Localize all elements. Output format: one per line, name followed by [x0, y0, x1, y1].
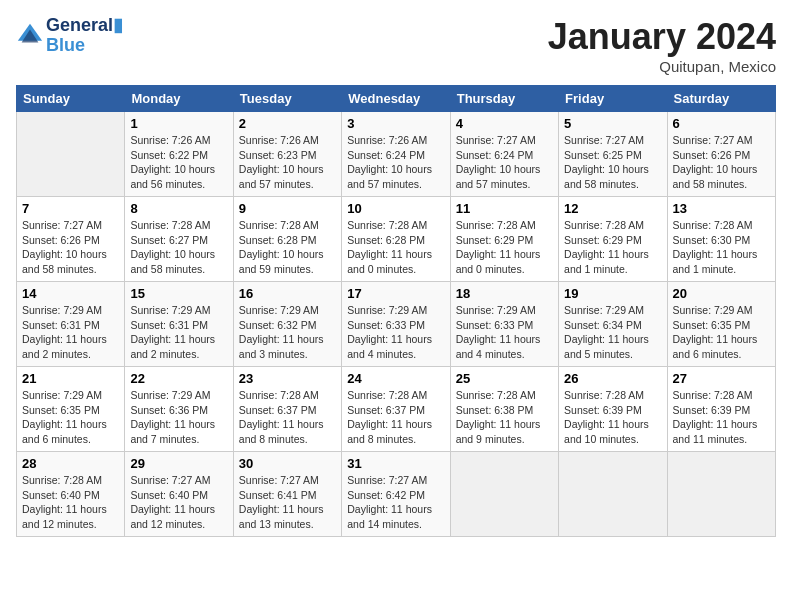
day-number: 2 [239, 116, 336, 131]
page-header: General▮ Blue January 2024 Quitupan, Mex… [16, 16, 776, 75]
col-header-wednesday: Wednesday [342, 86, 450, 112]
day-info: Sunrise: 7:28 AMSunset: 6:40 PMDaylight:… [22, 473, 119, 532]
day-info: Sunrise: 7:27 AMSunset: 6:25 PMDaylight:… [564, 133, 661, 192]
calendar-day-25: 25 Sunrise: 7:28 AMSunset: 6:38 PMDaylig… [450, 367, 558, 452]
day-info: Sunrise: 7:28 AMSunset: 6:29 PMDaylight:… [564, 218, 661, 277]
calendar-week-1: 1 Sunrise: 7:26 AMSunset: 6:22 PMDayligh… [17, 112, 776, 197]
calendar-day-20: 20 Sunrise: 7:29 AMSunset: 6:35 PMDaylig… [667, 282, 775, 367]
calendar-week-2: 7 Sunrise: 7:27 AMSunset: 6:26 PMDayligh… [17, 197, 776, 282]
day-info: Sunrise: 7:27 AMSunset: 6:41 PMDaylight:… [239, 473, 336, 532]
calendar-day-31: 31 Sunrise: 7:27 AMSunset: 6:42 PMDaylig… [342, 452, 450, 537]
calendar-day-6: 6 Sunrise: 7:27 AMSunset: 6:26 PMDayligh… [667, 112, 775, 197]
day-number: 18 [456, 286, 553, 301]
day-number: 5 [564, 116, 661, 131]
calendar-day-22: 22 Sunrise: 7:29 AMSunset: 6:36 PMDaylig… [125, 367, 233, 452]
col-header-sunday: Sunday [17, 86, 125, 112]
logo-text: General▮ Blue [46, 16, 123, 56]
day-info: Sunrise: 7:26 AMSunset: 6:22 PMDaylight:… [130, 133, 227, 192]
day-info: Sunrise: 7:29 AMSunset: 6:36 PMDaylight:… [130, 388, 227, 447]
col-header-friday: Friday [559, 86, 667, 112]
calendar-empty [17, 112, 125, 197]
calendar-day-12: 12 Sunrise: 7:28 AMSunset: 6:29 PMDaylig… [559, 197, 667, 282]
calendar-empty [667, 452, 775, 537]
day-number: 15 [130, 286, 227, 301]
calendar-day-16: 16 Sunrise: 7:29 AMSunset: 6:32 PMDaylig… [233, 282, 341, 367]
day-number: 26 [564, 371, 661, 386]
calendar-week-5: 28 Sunrise: 7:28 AMSunset: 6:40 PMDaylig… [17, 452, 776, 537]
day-number: 17 [347, 286, 444, 301]
day-info: Sunrise: 7:27 AMSunset: 6:26 PMDaylight:… [22, 218, 119, 277]
calendar-day-15: 15 Sunrise: 7:29 AMSunset: 6:31 PMDaylig… [125, 282, 233, 367]
day-number: 6 [673, 116, 770, 131]
col-header-thursday: Thursday [450, 86, 558, 112]
day-number: 29 [130, 456, 227, 471]
day-info: Sunrise: 7:29 AMSunset: 6:33 PMDaylight:… [456, 303, 553, 362]
calendar-day-4: 4 Sunrise: 7:27 AMSunset: 6:24 PMDayligh… [450, 112, 558, 197]
calendar-day-2: 2 Sunrise: 7:26 AMSunset: 6:23 PMDayligh… [233, 112, 341, 197]
col-header-tuesday: Tuesday [233, 86, 341, 112]
day-number: 3 [347, 116, 444, 131]
day-number: 31 [347, 456, 444, 471]
calendar-day-24: 24 Sunrise: 7:28 AMSunset: 6:37 PMDaylig… [342, 367, 450, 452]
day-info: Sunrise: 7:29 AMSunset: 6:35 PMDaylight:… [673, 303, 770, 362]
day-info: Sunrise: 7:29 AMSunset: 6:35 PMDaylight:… [22, 388, 119, 447]
day-info: Sunrise: 7:28 AMSunset: 6:39 PMDaylight:… [564, 388, 661, 447]
day-number: 10 [347, 201, 444, 216]
day-info: Sunrise: 7:29 AMSunset: 6:31 PMDaylight:… [22, 303, 119, 362]
calendar-day-7: 7 Sunrise: 7:27 AMSunset: 6:26 PMDayligh… [17, 197, 125, 282]
calendar-day-27: 27 Sunrise: 7:28 AMSunset: 6:39 PMDaylig… [667, 367, 775, 452]
calendar-table: SundayMondayTuesdayWednesdayThursdayFrid… [16, 85, 776, 537]
day-number: 27 [673, 371, 770, 386]
day-info: Sunrise: 7:29 AMSunset: 6:31 PMDaylight:… [130, 303, 227, 362]
day-info: Sunrise: 7:29 AMSunset: 6:34 PMDaylight:… [564, 303, 661, 362]
day-number: 9 [239, 201, 336, 216]
calendar-day-11: 11 Sunrise: 7:28 AMSunset: 6:29 PMDaylig… [450, 197, 558, 282]
calendar-day-23: 23 Sunrise: 7:28 AMSunset: 6:37 PMDaylig… [233, 367, 341, 452]
day-number: 30 [239, 456, 336, 471]
location-subtitle: Quitupan, Mexico [548, 58, 776, 75]
day-number: 22 [130, 371, 227, 386]
day-info: Sunrise: 7:28 AMSunset: 6:39 PMDaylight:… [673, 388, 770, 447]
day-number: 16 [239, 286, 336, 301]
day-number: 8 [130, 201, 227, 216]
calendar-day-26: 26 Sunrise: 7:28 AMSunset: 6:39 PMDaylig… [559, 367, 667, 452]
day-info: Sunrise: 7:26 AMSunset: 6:24 PMDaylight:… [347, 133, 444, 192]
day-number: 24 [347, 371, 444, 386]
calendar-day-28: 28 Sunrise: 7:28 AMSunset: 6:40 PMDaylig… [17, 452, 125, 537]
calendar-day-3: 3 Sunrise: 7:26 AMSunset: 6:24 PMDayligh… [342, 112, 450, 197]
day-number: 28 [22, 456, 119, 471]
col-header-monday: Monday [125, 86, 233, 112]
col-header-saturday: Saturday [667, 86, 775, 112]
day-info: Sunrise: 7:27 AMSunset: 6:24 PMDaylight:… [456, 133, 553, 192]
day-number: 23 [239, 371, 336, 386]
title-block: January 2024 Quitupan, Mexico [548, 16, 776, 75]
day-info: Sunrise: 7:28 AMSunset: 6:28 PMDaylight:… [347, 218, 444, 277]
day-number: 11 [456, 201, 553, 216]
day-info: Sunrise: 7:29 AMSunset: 6:32 PMDaylight:… [239, 303, 336, 362]
day-info: Sunrise: 7:27 AMSunset: 6:26 PMDaylight:… [673, 133, 770, 192]
logo-icon [16, 22, 44, 50]
day-info: Sunrise: 7:27 AMSunset: 6:42 PMDaylight:… [347, 473, 444, 532]
day-info: Sunrise: 7:27 AMSunset: 6:40 PMDaylight:… [130, 473, 227, 532]
calendar-header-row: SundayMondayTuesdayWednesdayThursdayFrid… [17, 86, 776, 112]
day-number: 4 [456, 116, 553, 131]
day-info: Sunrise: 7:28 AMSunset: 6:30 PMDaylight:… [673, 218, 770, 277]
day-number: 1 [130, 116, 227, 131]
day-info: Sunrise: 7:28 AMSunset: 6:29 PMDaylight:… [456, 218, 553, 277]
day-info: Sunrise: 7:28 AMSunset: 6:28 PMDaylight:… [239, 218, 336, 277]
calendar-day-17: 17 Sunrise: 7:29 AMSunset: 6:33 PMDaylig… [342, 282, 450, 367]
calendar-empty [450, 452, 558, 537]
day-info: Sunrise: 7:28 AMSunset: 6:37 PMDaylight:… [239, 388, 336, 447]
calendar-day-8: 8 Sunrise: 7:28 AMSunset: 6:27 PMDayligh… [125, 197, 233, 282]
calendar-day-29: 29 Sunrise: 7:27 AMSunset: 6:40 PMDaylig… [125, 452, 233, 537]
calendar-day-5: 5 Sunrise: 7:27 AMSunset: 6:25 PMDayligh… [559, 112, 667, 197]
day-number: 7 [22, 201, 119, 216]
calendar-day-18: 18 Sunrise: 7:29 AMSunset: 6:33 PMDaylig… [450, 282, 558, 367]
calendar-week-3: 14 Sunrise: 7:29 AMSunset: 6:31 PMDaylig… [17, 282, 776, 367]
day-number: 13 [673, 201, 770, 216]
day-number: 12 [564, 201, 661, 216]
day-number: 25 [456, 371, 553, 386]
day-info: Sunrise: 7:29 AMSunset: 6:33 PMDaylight:… [347, 303, 444, 362]
logo: General▮ Blue [16, 16, 123, 56]
calendar-week-4: 21 Sunrise: 7:29 AMSunset: 6:35 PMDaylig… [17, 367, 776, 452]
